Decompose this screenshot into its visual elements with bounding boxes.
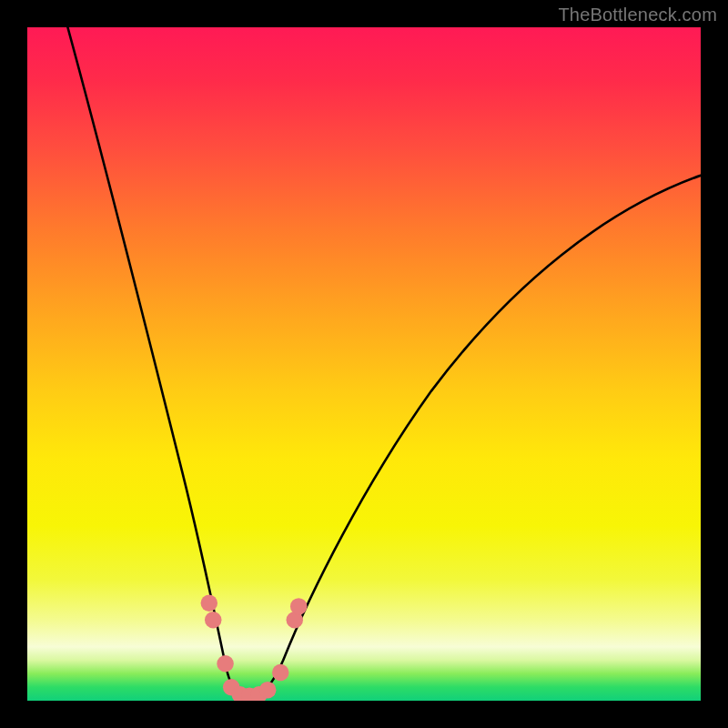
- marker-left-dot-2: [205, 612, 222, 629]
- marker-valley-5: [259, 682, 277, 699]
- chart-curve-layer: [27, 27, 701, 701]
- watermark-text: TheBottleneck.com: [558, 5, 717, 25]
- marker-left-dot-3: [217, 655, 234, 672]
- image-frame: TheBottleneck.com: [0, 0, 728, 728]
- curve-right-branch: [249, 176, 701, 696]
- chart-plot-area: [27, 27, 701, 701]
- curve-left-branch: [67, 27, 249, 696]
- marker-right-dot-3: [290, 598, 308, 615]
- marker-left-dot-1: [201, 594, 218, 612]
- marker-group: [201, 594, 308, 701]
- marker-right-dot-1: [272, 664, 289, 682]
